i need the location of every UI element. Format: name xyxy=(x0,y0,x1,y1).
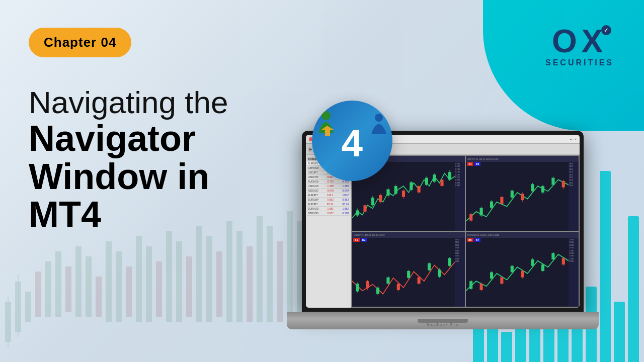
svg-rect-23 xyxy=(216,251,222,317)
svg-rect-85 xyxy=(366,281,369,288)
svg-rect-20 xyxy=(186,256,192,317)
svg-rect-65 xyxy=(480,208,483,215)
logo-letter-x: X xyxy=(582,25,603,57)
svg-rect-57 xyxy=(433,174,436,182)
svg-rect-69 xyxy=(500,197,503,204)
svg-rect-9 xyxy=(75,246,82,317)
svg-rect-24 xyxy=(226,221,232,322)
svg-rect-8 xyxy=(65,266,71,312)
svg-rect-16 xyxy=(146,246,152,322)
title-line1: Navigating the xyxy=(29,85,331,120)
svg-rect-117 xyxy=(541,264,544,271)
chart-panel-4: EURUSD,H1 1.1925 1.1928 1.1920 86 87 xyxy=(466,232,579,307)
svg-rect-61 xyxy=(448,172,451,179)
svg-rect-6 xyxy=(45,261,51,317)
logo-letter-o: O xyxy=(552,25,577,57)
svg-rect-105 xyxy=(480,284,483,290)
chart-4-bid-ask: 86 87 xyxy=(467,238,480,242)
svg-rect-47 xyxy=(394,186,397,194)
svg-rect-107 xyxy=(490,272,493,279)
ox-securities-logo: O X SECURITIES xyxy=(545,25,614,67)
chart-3-bid: 81 xyxy=(353,238,360,242)
logo-ox-letters: O X xyxy=(552,25,607,57)
logo-x-container: X xyxy=(577,25,607,57)
chart-4-ask: 87 xyxy=(474,238,481,242)
svg-rect-18 xyxy=(166,231,172,322)
svg-rect-101 xyxy=(448,258,451,265)
mt4-figure-right xyxy=(369,113,388,136)
laptop-container: 4 File View xyxy=(287,131,599,347)
cyan-bar-10 xyxy=(614,302,625,362)
svg-rect-26 xyxy=(247,246,253,322)
svg-rect-7 xyxy=(55,251,61,317)
svg-rect-0 xyxy=(5,302,11,342)
chart-2-ask: 15 xyxy=(474,162,481,166)
svg-rect-19 xyxy=(176,241,182,322)
svg-rect-111 xyxy=(511,266,514,273)
title-line4: MT4 xyxy=(29,196,331,234)
svg-rect-13 xyxy=(116,251,122,322)
svg-rect-63 xyxy=(469,214,472,221)
chart-3-header: USDJPY,H1 109.82 109.85 109.78 xyxy=(352,232,465,238)
chart-4-header: EURUSD,H1 1.1925 1.1928 1.1920 xyxy=(466,232,579,238)
svg-rect-89 xyxy=(386,278,389,284)
svg-rect-51 xyxy=(410,182,413,190)
svg-rect-39 xyxy=(363,205,366,212)
svg-rect-28 xyxy=(267,226,273,322)
svg-rect-87 xyxy=(376,288,379,294)
chart-2-bid-ask: 14 15 xyxy=(467,162,480,166)
svg-rect-12 xyxy=(106,241,112,322)
logo-tagline: SECURITIES xyxy=(545,58,614,67)
svg-rect-43 xyxy=(379,195,382,202)
svg-rect-21 xyxy=(196,226,202,322)
chapter-badge: Chapter 04 xyxy=(29,28,131,57)
svg-rect-119 xyxy=(551,253,554,259)
logo-check-badge xyxy=(601,25,611,35)
svg-rect-37 xyxy=(356,210,359,215)
svg-rect-97 xyxy=(428,263,431,270)
title-line3: Window in xyxy=(29,158,331,196)
svg-rect-22 xyxy=(206,236,212,322)
chapter-badge-label: Chapter 04 xyxy=(44,35,116,50)
svg-rect-14 xyxy=(126,266,132,317)
svg-rect-17 xyxy=(156,261,162,317)
svg-rect-49 xyxy=(402,191,405,197)
laptop-brand-label: MacBook Pro xyxy=(427,323,459,326)
svg-rect-95 xyxy=(418,278,421,284)
svg-rect-109 xyxy=(500,278,503,284)
svg-rect-15 xyxy=(136,236,142,322)
svg-rect-99 xyxy=(438,269,441,277)
chart-2-price-axis: 143.0142.8142.6142.4142.2142.0141.8141.6… xyxy=(569,162,579,231)
chart-2-bid: 14 xyxy=(467,162,473,166)
chart-4-svg xyxy=(466,243,569,307)
svg-rect-67 xyxy=(490,202,493,208)
svg-rect-29 xyxy=(277,241,283,322)
svg-rect-2 xyxy=(15,282,21,332)
chart-panel-3: USDJPY,H1 109.82 109.85 109.78 81 82 xyxy=(352,232,465,307)
svg-rect-121 xyxy=(562,258,565,264)
chart-3-bid-ask: 81 82 xyxy=(353,238,367,242)
chart-2-svg xyxy=(466,167,569,231)
chart-panel-2: GBPJPY,H1 142.55 142.60 142.50 14 15 xyxy=(466,156,579,231)
svg-rect-113 xyxy=(521,271,524,278)
title-line2: Navigator xyxy=(29,120,331,158)
chart-4-bid: 86 xyxy=(467,238,473,242)
svg-rect-93 xyxy=(407,271,410,278)
chart-2-header: GBPJPY,H1 142.55 142.60 142.50 xyxy=(466,156,579,162)
svg-rect-45 xyxy=(386,189,389,196)
svg-rect-81 xyxy=(562,181,565,188)
svg-rect-103 xyxy=(469,281,472,289)
laptop-base: MacBook Pro xyxy=(287,312,599,329)
mt4-number: 4 xyxy=(342,124,363,162)
laptop-notch xyxy=(418,319,468,323)
svg-rect-25 xyxy=(236,231,243,322)
svg-rect-41 xyxy=(371,198,374,205)
svg-rect-75 xyxy=(531,184,534,191)
svg-rect-77 xyxy=(541,186,544,193)
chart-3-svg xyxy=(352,243,455,307)
svg-rect-53 xyxy=(418,186,421,193)
svg-rect-5 xyxy=(35,272,41,317)
svg-rect-11 xyxy=(96,277,102,317)
svg-rect-55 xyxy=(425,178,428,185)
svg-rect-73 xyxy=(521,194,524,200)
